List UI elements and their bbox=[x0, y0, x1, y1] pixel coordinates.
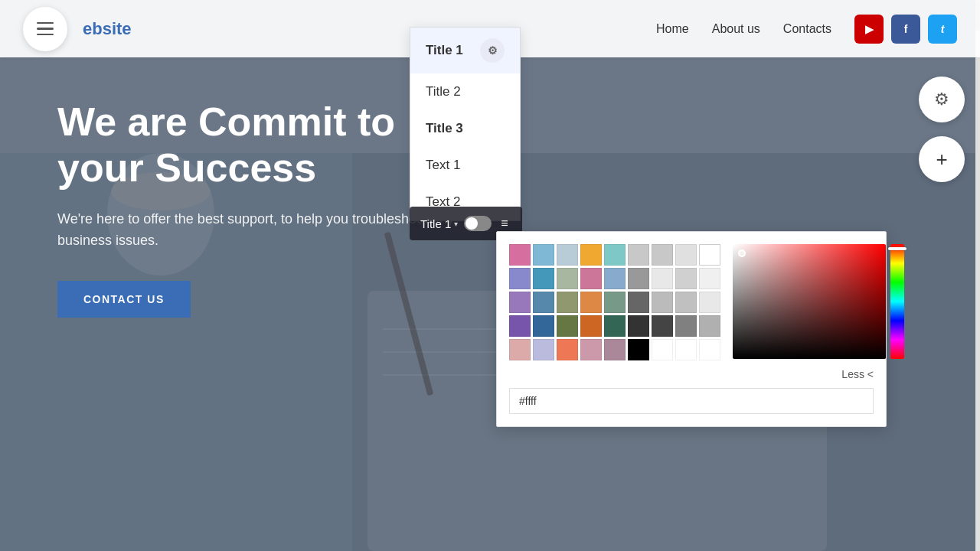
color-swatch[interactable] bbox=[675, 339, 697, 360]
hex-input[interactable] bbox=[509, 388, 874, 414]
toolbar-selected-type: Title 1 bbox=[420, 217, 451, 230]
navbar-left: ebsite bbox=[23, 7, 132, 51]
color-swatch[interactable] bbox=[509, 339, 531, 360]
settings-button[interactable]: ⚙ bbox=[919, 77, 965, 122]
right-buttons: ⚙ + bbox=[919, 77, 965, 182]
nav-home[interactable]: Home bbox=[656, 22, 689, 36]
dropdown-item-label: Text 1 bbox=[426, 158, 460, 173]
color-swatch[interactable] bbox=[580, 244, 602, 266]
color-swatch[interactable] bbox=[628, 292, 649, 313]
color-picker-panel: Less < bbox=[496, 231, 887, 427]
nav-contacts[interactable]: Contacts bbox=[783, 22, 831, 36]
color-swatch[interactable] bbox=[580, 268, 602, 289]
color-swatch[interactable] bbox=[699, 339, 720, 360]
color-swatch[interactable] bbox=[675, 315, 697, 337]
color-swatch[interactable] bbox=[509, 244, 531, 266]
color-swatch[interactable] bbox=[557, 244, 578, 266]
color-swatch[interactable] bbox=[628, 315, 649, 337]
color-swatch[interactable] bbox=[628, 268, 649, 289]
dropdown-item-label: Title 1 bbox=[426, 43, 463, 58]
color-swatch[interactable] bbox=[652, 292, 673, 313]
color-swatch[interactable] bbox=[652, 315, 673, 337]
color-swatch[interactable] bbox=[604, 268, 626, 289]
color-swatch[interactable] bbox=[675, 292, 697, 313]
color-swatch[interactable] bbox=[533, 244, 554, 266]
dropdown-item-title1[interactable]: Title 1 ⚙ bbox=[410, 28, 520, 73]
align-icon[interactable]: ≡ bbox=[498, 215, 511, 232]
color-swatch[interactable] bbox=[533, 268, 554, 289]
site-title: ebsite bbox=[83, 19, 132, 39]
social-icons: ▶ f t bbox=[854, 15, 957, 44]
toolbar-type-dropdown[interactable]: Title 1 ▾ bbox=[420, 217, 458, 230]
color-swatch[interactable] bbox=[652, 268, 673, 289]
plus-icon: + bbox=[936, 148, 947, 171]
less-button[interactable]: Less < bbox=[841, 368, 874, 380]
dropdown-menu: Title 1 ⚙ Title 2 Title 3 Text 1 Text 2 bbox=[410, 27, 521, 221]
color-swatch[interactable] bbox=[699, 315, 720, 337]
color-swatch[interactable] bbox=[628, 244, 649, 266]
color-swatch[interactable] bbox=[675, 268, 697, 289]
hamburger-line-1 bbox=[37, 22, 54, 24]
color-swatch[interactable] bbox=[604, 315, 626, 337]
youtube-icon[interactable]: ▶ bbox=[854, 15, 884, 44]
less-btn-row: Less < bbox=[509, 368, 874, 380]
hue-bar[interactable] bbox=[890, 244, 904, 359]
dropdown-item-text1[interactable]: Text 1 bbox=[410, 147, 520, 184]
color-swatch[interactable] bbox=[509, 268, 531, 289]
color-swatch[interactable] bbox=[580, 292, 602, 313]
gradient-section bbox=[733, 244, 904, 360]
color-swatch[interactable] bbox=[628, 339, 649, 360]
dropdown-item-title2[interactable]: Title 2 bbox=[410, 73, 520, 110]
color-swatch[interactable] bbox=[699, 292, 720, 313]
toolbar-toggle[interactable] bbox=[464, 216, 492, 231]
navbar-right: Home About us Contacts ▶ f t bbox=[656, 15, 957, 44]
scrollbar[interactable] bbox=[975, 0, 980, 551]
color-swatch[interactable] bbox=[699, 268, 720, 289]
color-swatch[interactable] bbox=[604, 244, 626, 266]
color-swatch[interactable] bbox=[533, 315, 554, 337]
hamburger-line-3 bbox=[37, 34, 54, 36]
color-swatch[interactable] bbox=[652, 339, 673, 360]
toggle-knob bbox=[466, 217, 478, 230]
color-swatch[interactable] bbox=[557, 268, 578, 289]
color-swatch[interactable] bbox=[557, 315, 578, 337]
twitter-icon[interactable]: t bbox=[928, 15, 957, 44]
color-swatch[interactable] bbox=[652, 244, 673, 266]
dropdown-item-label: Title 2 bbox=[426, 84, 461, 99]
color-swatch[interactable] bbox=[604, 339, 626, 360]
dropdown-item-label: Title 3 bbox=[426, 121, 463, 136]
gradient-main bbox=[733, 244, 886, 359]
color-swatch[interactable] bbox=[509, 315, 531, 337]
color-swatch[interactable] bbox=[509, 292, 531, 313]
color-swatch[interactable] bbox=[604, 292, 626, 313]
hamburger-button[interactable] bbox=[23, 7, 67, 51]
color-swatch[interactable] bbox=[699, 244, 720, 266]
color-swatch[interactable] bbox=[580, 339, 602, 360]
color-swatch[interactable] bbox=[557, 292, 578, 313]
color-picker-top bbox=[509, 244, 874, 360]
toolbar-caret-icon: ▾ bbox=[454, 220, 458, 228]
nav-about[interactable]: About us bbox=[712, 22, 760, 36]
swatches-grid bbox=[509, 244, 720, 360]
color-swatch[interactable] bbox=[580, 315, 602, 337]
color-swatch[interactable] bbox=[675, 244, 697, 266]
hue-bar-container bbox=[890, 244, 904, 360]
gear-icon: ⚙ bbox=[934, 90, 949, 109]
color-swatch[interactable] bbox=[533, 292, 554, 313]
dropdown-item-title3[interactable]: Title 3 bbox=[410, 110, 520, 147]
add-button[interactable]: + bbox=[919, 136, 965, 182]
gradient-cursor bbox=[738, 249, 746, 257]
swatches-container bbox=[509, 244, 720, 360]
facebook-icon[interactable]: f bbox=[891, 15, 920, 44]
color-swatch[interactable] bbox=[533, 339, 554, 360]
hamburger-line-2 bbox=[37, 28, 54, 30]
gradient-picker[interactable] bbox=[733, 244, 886, 359]
contact-us-button[interactable]: CONTACT US bbox=[57, 281, 191, 318]
dropdown-item-settings-icon[interactable]: ⚙ bbox=[480, 38, 505, 63]
color-swatch[interactable] bbox=[557, 339, 578, 360]
